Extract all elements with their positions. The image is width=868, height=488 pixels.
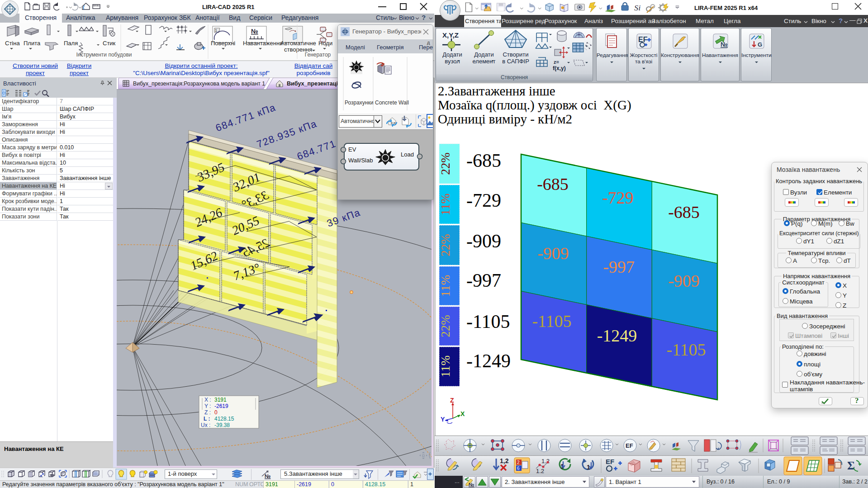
svg-text:в САПФІР: в САПФІР (502, 58, 529, 65)
svg-text:1,2: 1,2 (500, 457, 509, 464)
svg-text:-685: -685 (466, 150, 501, 171)
svg-text:11%: 11% (439, 194, 452, 216)
svg-text:EF: EF (606, 458, 614, 465)
svg-text:z=: z= (554, 59, 559, 65)
svg-text:Плита: Плита (24, 40, 41, 47)
svg-text:-909: -909 (537, 244, 569, 263)
svg-text:-909: -909 (668, 271, 700, 290)
svg-text:22%: 22% (439, 152, 452, 175)
svg-text:Y: Y (441, 416, 445, 423)
svg-text:Стіна: Стіна (5, 40, 20, 47)
svg-text:22%: 22% (439, 234, 452, 256)
svg-text:Додати: Додати (474, 51, 494, 58)
svg-text:-1105: -1105 (466, 311, 510, 332)
svg-text:11%: 11% (439, 275, 452, 297)
svg-text:-909: -909 (466, 231, 501, 251)
svg-text:Y :: Y : (204, 403, 211, 409)
svg-text:Ux :: Ux : (201, 422, 210, 428)
svg-text:22%: 22% (439, 315, 452, 337)
svg-text:Навантаження: Навантаження (243, 40, 283, 47)
svg-text:Ноди: Ноди (318, 40, 332, 47)
svg-text:Стик: Стик (103, 40, 116, 47)
svg-text:X,Y,Z: X,Y,Z (442, 31, 459, 39)
svg-text:№: № (251, 28, 258, 35)
svg-text:-997: -997 (603, 257, 635, 276)
svg-text:-685: -685 (668, 203, 700, 222)
svg-text:L :: L : (204, 416, 210, 422)
svg-text:-39.38: -39.38 (214, 422, 230, 428)
svg-text:Σ: Σ (847, 459, 855, 472)
svg-text:-729: -729 (466, 190, 501, 211)
svg-text:X :: X : (204, 397, 211, 403)
svg-text:X: X (460, 410, 465, 417)
svg-text:вузол: вузол (445, 58, 460, 65)
svg-text:№: № (721, 41, 728, 48)
svg-text:-997: -997 (466, 270, 501, 291)
svg-text:3191: 3191 (214, 397, 227, 403)
svg-text:Z: Z (450, 397, 454, 404)
svg-text:4128.15: 4128.15 (214, 416, 234, 422)
svg-text:Concrete Wall: Concrete Wall (375, 99, 409, 106)
svg-text:-1105: -1105 (532, 312, 571, 331)
svg-text:-1105: -1105 (666, 340, 706, 359)
svg-text:Z :: Z : (204, 409, 211, 416)
svg-text:0: 0 (214, 409, 218, 416)
svg-text:1.2: 1.2 (536, 468, 544, 474)
svg-text:-1249: -1249 (466, 351, 511, 371)
svg-text:-685: -685 (537, 175, 569, 194)
svg-text:EF: EF (626, 442, 633, 449)
svg-text:Si: Si (634, 4, 640, 12)
svg-text:Додати: Додати (442, 51, 462, 58)
svg-text:№: № (469, 482, 474, 487)
svg-text:№: № (265, 473, 270, 479)
svg-text:6: 6 (517, 466, 520, 471)
svg-text:f(x,y): f(x,y) (553, 65, 566, 71)
svg-text:1.2: 1.2 (541, 458, 550, 464)
svg-text:G: G (758, 41, 762, 48)
svg-text:елемент: елемент (473, 58, 496, 65)
svg-text:Створити: Створити (503, 51, 528, 58)
svg-text:11%: 11% (439, 355, 452, 378)
svg-text:-2619: -2619 (214, 403, 228, 409)
svg-text:-729: -729 (602, 188, 634, 207)
svg-text:Поверхні: Поверхні (211, 40, 235, 47)
svg-text:Автоматичне: Автоматичне (280, 40, 316, 47)
svg-text:-1249: -1249 (597, 326, 637, 345)
svg-text:2: 2 (517, 460, 520, 465)
svg-text:Розрахунки: Розрахунки (345, 99, 373, 106)
svg-text:1: 1 (215, 28, 217, 33)
svg-text:Паля: Паля (64, 40, 78, 47)
